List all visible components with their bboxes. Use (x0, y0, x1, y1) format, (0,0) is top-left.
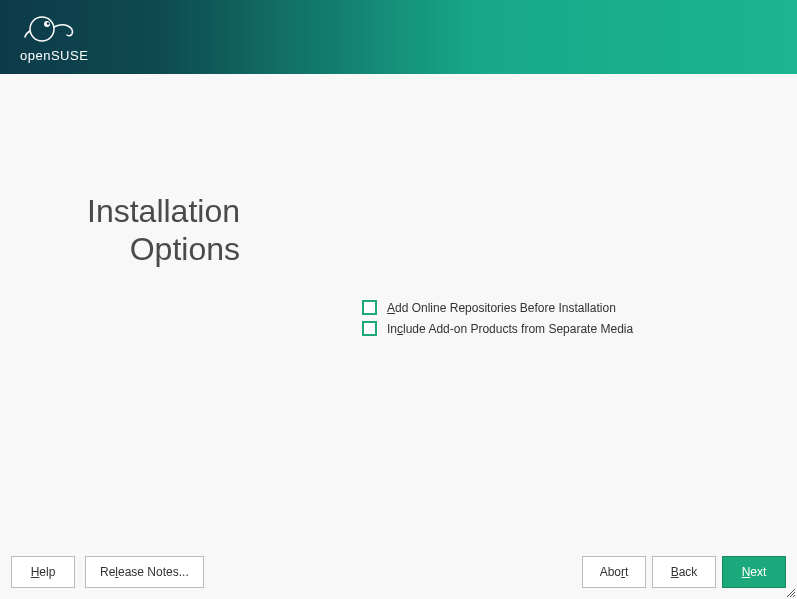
abort-button[interactable]: Abort (582, 556, 646, 588)
next-button[interactable]: Next (722, 556, 786, 588)
release-notes-button[interactable]: Release Notes... (85, 556, 204, 588)
resize-handle-icon[interactable] (784, 586, 796, 598)
opensuse-logo: openSUSE (20, 11, 88, 63)
page-title-line1: Installation (0, 192, 240, 230)
options-area: Add Online Repositories Before Installat… (362, 300, 633, 342)
page-title: Installation Options (0, 192, 240, 269)
checkbox-addon-products[interactable]: Include Add-on Products from Separate Me… (362, 321, 633, 336)
footer-left: Help Release Notes... (11, 556, 204, 588)
checkbox-label-online-repos: Add Online Repositories Before Installat… (387, 301, 616, 315)
svg-point-2 (47, 22, 50, 25)
chameleon-icon (20, 11, 80, 46)
checkbox-online-repos[interactable]: Add Online Repositories Before Installat… (362, 300, 633, 315)
main-content: Installation Options Add Online Reposito… (0, 74, 797, 599)
page-title-line2: Options (0, 230, 240, 268)
help-button[interactable]: Help (11, 556, 75, 588)
svg-point-0 (30, 17, 54, 41)
header: openSUSE (0, 0, 797, 74)
checkbox-label-addon-products: Include Add-on Products from Separate Me… (387, 322, 633, 336)
checkbox-box-icon (362, 321, 377, 336)
footer: Help Release Notes... Abort Back Next (11, 556, 786, 588)
checkbox-box-icon (362, 300, 377, 315)
footer-right: Abort Back Next (582, 556, 786, 588)
logo-text: openSUSE (20, 48, 88, 63)
back-button[interactable]: Back (652, 556, 716, 588)
